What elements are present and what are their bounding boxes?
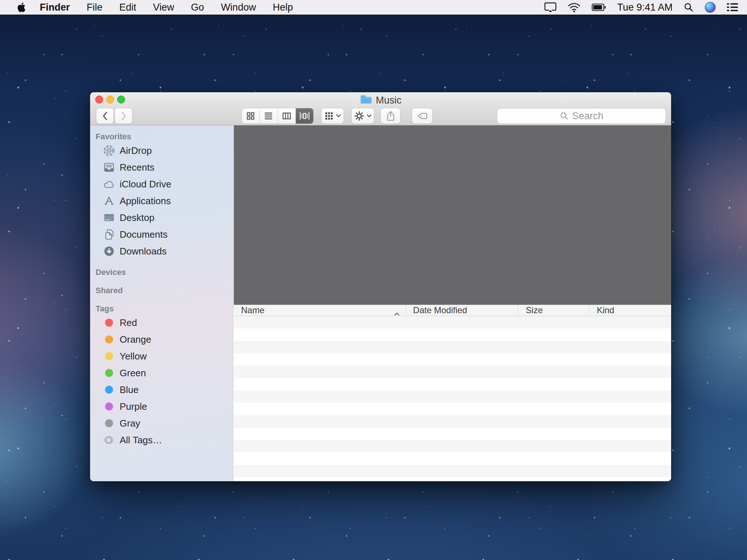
menu-item-go[interactable]: Go [183, 2, 213, 13]
menu-item-help[interactable]: Help [264, 2, 302, 13]
column-header-label: Size [526, 305, 543, 315]
sidebar-section-tags: Tags [96, 303, 233, 314]
search-input[interactable]: Search [497, 108, 666, 124]
view-icon-button[interactable] [242, 108, 259, 124]
sidebar-item-downloads[interactable]: Downloads [90, 243, 233, 260]
view-switcher [241, 108, 314, 124]
menu-item-finder[interactable]: Finder [31, 0, 78, 15]
menu-item-view[interactable]: View [145, 2, 183, 13]
action-button[interactable] [351, 108, 374, 124]
sidebar-item-airdrop[interactable]: AirDrop [90, 142, 233, 159]
view-column-button[interactable] [278, 108, 295, 124]
sidebar-section-devices: Devices [96, 267, 233, 278]
sidebar-item-icloud-drive[interactable]: iCloud Drive [90, 176, 233, 192]
sidebar-section-favorites: Favorites [96, 131, 233, 142]
desktop: Finder FileEditViewGoWindowHelp [0, 0, 747, 560]
menu-bar: Finder FileEditViewGoWindowHelp [0, 0, 747, 15]
sidebar-item-red[interactable]: Red [90, 314, 233, 331]
search-placeholder: Search [572, 110, 604, 122]
sidebar-item-all-tags[interactable]: All Tags… [90, 432, 233, 448]
sidebar-item-purple[interactable]: Purple [90, 398, 233, 415]
sidebar-item-gray[interactable]: Gray [90, 415, 233, 432]
menu-items: FileEditViewGoWindowHelp [78, 0, 302, 15]
tag-color-dot [103, 317, 115, 328]
sidebar-item-documents[interactable]: Documents [90, 226, 233, 243]
traffic-lights [95, 96, 125, 104]
apple-menu-icon[interactable] [17, 2, 26, 13]
close-button[interactable] [95, 96, 103, 104]
desktop-icon [103, 212, 115, 223]
sidebar-item-blue[interactable]: Blue [90, 381, 233, 398]
window-titlebar: Music [90, 92, 671, 125]
column-header-date-modified[interactable]: Date Modified [406, 305, 518, 316]
view-list-button[interactable] [259, 108, 277, 124]
tag-button[interactable] [412, 108, 433, 124]
sidebar-item-desktop[interactable]: Desktop [90, 209, 233, 226]
column-header-label: Date Modified [413, 305, 467, 315]
finder-window: Music [90, 92, 671, 481]
tag-color-dot [103, 350, 115, 362]
group-button[interactable] [321, 108, 344, 124]
main-content: NameDate ModifiedSizeKind [234, 125, 671, 481]
sidebar: FavoritesAirDropRecentsiCloud DriveAppli… [90, 125, 233, 481]
chevron-down-icon [367, 114, 372, 118]
wifi-icon[interactable] [568, 2, 581, 12]
menu-item-edit[interactable]: Edit [111, 2, 145, 13]
window-title-text: Music [376, 95, 402, 106]
view-coverflow-button[interactable] [295, 108, 313, 124]
folder-icon [360, 94, 372, 107]
sidebar-item-label: Recents [120, 162, 154, 173]
sidebar-item-recents[interactable]: Recents [90, 159, 233, 176]
zoom-button[interactable] [117, 96, 125, 104]
column-header-kind[interactable]: Kind [589, 305, 671, 316]
sidebar-item-label: Green [120, 368, 146, 379]
tag-color-dot [103, 417, 115, 429]
search-icon [560, 111, 569, 121]
share-icon [386, 110, 395, 121]
documents-icon [103, 229, 115, 240]
share-button[interactable] [380, 108, 400, 124]
menu-bar-status: Tue 9:41 AM [544, 1, 747, 13]
airplay-icon[interactable] [544, 1, 557, 13]
tag-color-dot [103, 401, 115, 412]
chevron-down-icon [336, 114, 341, 118]
menu-item-file[interactable]: File [78, 2, 111, 13]
recents-icon [103, 162, 115, 173]
sidebar-item-label: Blue [120, 384, 139, 396]
gear-icon [354, 111, 364, 121]
sidebar-item-label: AirDrop [120, 145, 152, 156]
spotlight-icon[interactable] [684, 2, 694, 12]
all-tags-icon [103, 434, 115, 446]
sidebar-item-label: All Tags… [120, 435, 162, 446]
icloud-icon [103, 178, 115, 190]
back-button[interactable] [96, 108, 114, 124]
sidebar-item-green[interactable]: Green [90, 365, 233, 381]
list-header: NameDate ModifiedSizeKind [234, 305, 671, 316]
tag-icon [417, 112, 428, 120]
column-header-size[interactable]: Size [518, 305, 589, 316]
column-header-label: Kind [597, 305, 614, 315]
menu-bar-clock[interactable]: Tue 9:41 AM [617, 2, 673, 13]
sidebar-item-label: Applications [120, 195, 171, 207]
forward-button[interactable] [115, 108, 132, 124]
column-header-name[interactable]: Name [234, 305, 406, 316]
coverflow-pane [234, 125, 671, 305]
notification-center-icon[interactable] [727, 3, 738, 12]
sidebar-section-shared: Shared [96, 285, 233, 296]
sidebar-item-label: Documents [120, 229, 168, 240]
window-title: Music [360, 94, 402, 106]
sidebar-item-label: iCloud Drive [120, 179, 171, 190]
sidebar-item-orange[interactable]: Orange [90, 331, 233, 348]
battery-icon[interactable] [592, 3, 606, 12]
applications-icon [103, 195, 115, 207]
sidebar-item-label: Red [120, 317, 137, 328]
sidebar-item-label: Yellow [120, 351, 147, 362]
siri-icon[interactable] [705, 2, 716, 13]
sidebar-item-yellow[interactable]: Yellow [90, 348, 233, 365]
minimize-button[interactable] [106, 96, 114, 104]
airdrop-icon [103, 145, 115, 156]
sidebar-item-applications[interactable]: Applications [90, 192, 233, 209]
sidebar-item-label: Downloads [120, 246, 167, 257]
tag-color-dot [103, 384, 115, 396]
menu-item-window[interactable]: Window [213, 2, 264, 13]
